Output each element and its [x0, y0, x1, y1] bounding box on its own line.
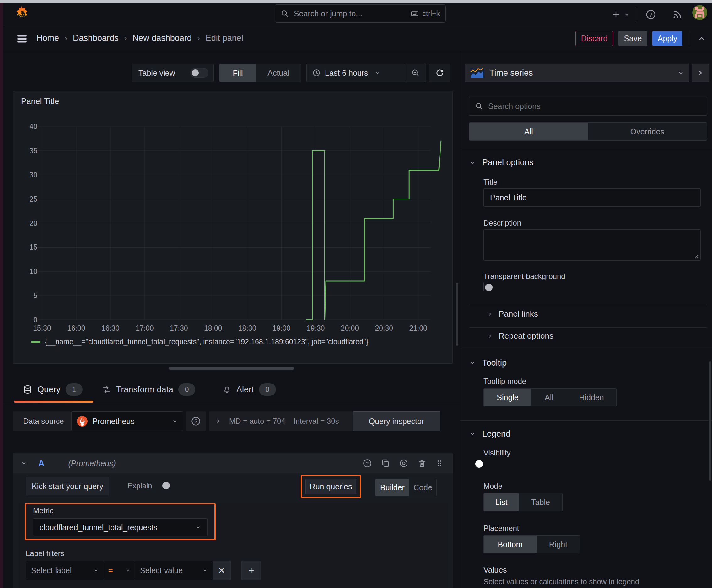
metric-chevron-icon [195, 525, 201, 530]
legend-placement-label: Placement [483, 524, 519, 533]
window-left-strip [0, 2, 3, 588]
chart-panel[interactable]: Panel Title 051015202530354015:3016:0016… [13, 91, 453, 364]
svg-text:20: 20 [29, 219, 37, 227]
description-textarea[interactable] [483, 229, 701, 261]
options-search[interactable] [469, 97, 707, 115]
datasource-chevron-icon [172, 418, 178, 424]
select-label-dropdown[interactable]: Select label [26, 561, 104, 580]
transparent-background-toggle[interactable] [483, 282, 484, 291]
tooltip-section-header[interactable]: Tooltip [470, 358, 507, 368]
legend-section-header[interactable]: Legend [470, 429, 511, 439]
breadcrumb-dashboards[interactable]: Dashboards [73, 33, 118, 43]
datasource-help-icon[interactable]: ? [186, 412, 206, 431]
discard-button[interactable]: Discard [576, 31, 613, 46]
search-icon [281, 9, 289, 18]
refresh-button[interactable] [429, 64, 450, 82]
tab-query[interactable]: Query 1 [23, 383, 83, 396]
metric-select[interactable]: cloudflared_tunnel_total_requests [33, 518, 208, 537]
actual-option[interactable]: Actual [256, 64, 301, 82]
news-rss-icon[interactable] [671, 8, 684, 21]
disable-query-eye-icon[interactable] [399, 459, 408, 468]
time-range-picker[interactable]: Last 6 hours [307, 68, 405, 78]
chevron-right-icon [487, 334, 492, 339]
options-tab-all[interactable]: All [469, 123, 588, 141]
options-tab-overrides[interactable]: Overrides [588, 123, 707, 141]
query-row-header[interactable]: A (Prometheus) ? [13, 453, 453, 474]
tooltip-single-option[interactable]: Single [484, 388, 532, 406]
resize-handle-icon[interactable] [693, 253, 699, 259]
add-menu-chevron-icon[interactable] [623, 11, 631, 18]
add-icon[interactable] [610, 9, 622, 20]
panel-title-input[interactable] [490, 193, 695, 203]
svg-text:17:30: 17:30 [170, 324, 188, 332]
breadcrumb-separator-icon: › [124, 34, 127, 43]
pane-divider[interactable] [459, 51, 460, 588]
viz-pane-expand-chevron-icon[interactable] [692, 64, 709, 82]
fill-option[interactable]: Fill [219, 64, 256, 82]
select-value-dropdown[interactable]: Select value [135, 561, 213, 580]
panel-options-section-header[interactable]: Panel options [470, 158, 534, 167]
repeat-options-section[interactable]: Repeat options [487, 331, 554, 341]
delete-query-trash-icon[interactable] [417, 459, 427, 468]
tab-transform-data[interactable]: Transform data 0 [102, 383, 195, 396]
tab-query-label: Query [37, 385, 61, 395]
label-filters-label: Label filters [26, 549, 64, 558]
operator-chevron-icon [125, 568, 130, 573]
database-icon [23, 385, 33, 394]
sidebar-scrollbar[interactable] [709, 361, 711, 481]
svg-text:20:00: 20:00 [341, 324, 359, 332]
add-filter-button[interactable]: + [241, 561, 261, 580]
page-header-bar: Home › Dashboards › New dashboard › Edit… [3, 26, 712, 51]
builder-option[interactable]: Builder [375, 479, 409, 496]
svg-text:40: 40 [29, 123, 37, 131]
global-search[interactable]: ctrl+k [275, 4, 446, 23]
global-search-input[interactable] [293, 9, 406, 19]
code-option[interactable]: Code [409, 479, 436, 496]
breadcrumb-home[interactable]: Home [37, 33, 59, 43]
options-search-input[interactable] [488, 102, 701, 111]
legend-table-option[interactable]: Table [519, 493, 562, 511]
apply-button[interactable]: Apply [652, 31, 683, 46]
save-button[interactable]: Save [619, 31, 647, 46]
vertical-scrollbar[interactable] [456, 283, 458, 345]
tooltip-all-option[interactable]: All [532, 388, 567, 406]
viz-picker[interactable]: Time series [465, 64, 689, 82]
query-ref-id[interactable]: A [38, 459, 45, 468]
avatar[interactable] [692, 5, 707, 20]
duplicate-query-icon[interactable] [381, 459, 390, 468]
legend-list-option[interactable]: List [484, 493, 519, 511]
grafana-logo[interactable] [13, 6, 29, 23]
panel-title-field[interactable] [483, 188, 701, 207]
breadcrumb-separator-icon: › [197, 34, 200, 43]
menu-hamburger-icon[interactable] [15, 34, 29, 44]
time-series-chart[interactable]: 051015202530354015:3016:0016:3017:0017:3… [13, 91, 452, 363]
operator-dropdown[interactable]: = [104, 561, 135, 580]
placement-right-option[interactable]: Right [537, 536, 580, 553]
top-nav-bar: ctrl+k ? [3, 2, 712, 26]
panel-links-section[interactable]: Panel links [487, 309, 538, 319]
placement-bottom-option[interactable]: Bottom [484, 536, 537, 553]
query-options-strip[interactable]: MD = auto = 704 Interval = 30s [209, 412, 353, 431]
remove-filter-button[interactable]: ✕ [213, 561, 231, 580]
chart-legend[interactable]: {__name__="cloudflared_tunnel_total_requ… [31, 338, 368, 346]
tooltip-hidden-option[interactable]: Hidden [567, 388, 616, 406]
explain-toggle[interactable] [161, 481, 161, 489]
table-view-toggle[interactable] [190, 68, 209, 78]
drag-handle-grip-icon[interactable] [435, 459, 444, 468]
section-chevron-down-icon [470, 360, 475, 366]
datasource-picker[interactable]: Prometheus [71, 412, 183, 431]
topbar-divider [636, 7, 636, 22]
horizontal-scrollbar[interactable] [169, 367, 294, 370]
collapse-pane-chevron-up-icon[interactable] [695, 33, 708, 44]
query-inspector-button[interactable]: Query inspector [353, 412, 440, 431]
query-help-icon[interactable]: ? [363, 459, 372, 468]
query-collapse-chevron-icon[interactable] [21, 460, 27, 466]
section-chevron-down-icon [470, 431, 475, 437]
tab-alert[interactable]: Alert 0 [222, 383, 276, 396]
svg-text:18:00: 18:00 [204, 324, 222, 332]
breadcrumb-new-dashboard[interactable]: New dashboard [132, 33, 192, 43]
kick-start-query-button[interactable]: Kick start your query [26, 477, 109, 495]
help-icon[interactable]: ? [645, 8, 657, 21]
zoom-out-time-icon[interactable] [405, 64, 426, 82]
run-queries-button[interactable]: Run queries [305, 479, 356, 495]
